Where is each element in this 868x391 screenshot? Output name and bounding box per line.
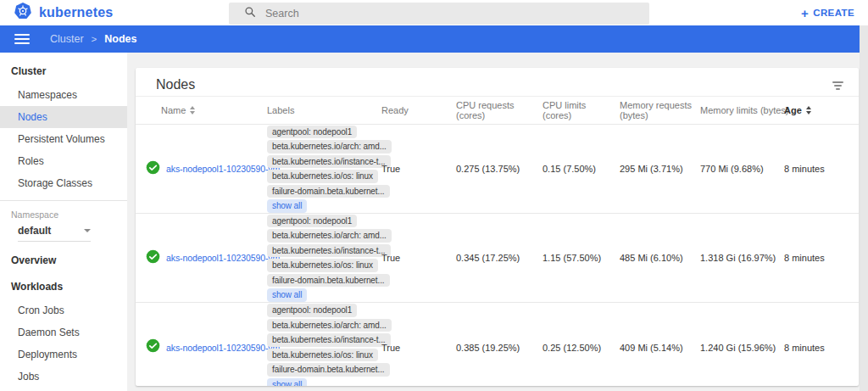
namespace-selected-value: default	[18, 225, 51, 237]
column-header-memory-requests: Memory requests (bytes)	[620, 97, 700, 124]
memory-requests-value: 485 Mi (6.10%)	[620, 253, 700, 263]
show-all-button[interactable]: show all	[267, 199, 307, 213]
label-chip: agentpool: nodepool1	[267, 126, 357, 139]
sidebar-item-cron-jobs[interactable]: Cron Jobs	[0, 299, 127, 321]
column-header-name[interactable]: Name	[146, 102, 267, 119]
card-header: Nodes	[136, 68, 859, 97]
memory-requests-value: 295 Mi (3.71%)	[620, 164, 700, 174]
menu-icon[interactable]	[14, 34, 30, 44]
sidebar-item-pods[interactable]: Pods	[0, 388, 127, 391]
sidebar-section-cluster[interactable]: Cluster	[0, 58, 127, 84]
top-app-bar: kubernetes + CREATE	[0, 0, 868, 25]
create-button-label: CREATE	[813, 8, 854, 18]
show-all-button[interactable]: show all	[267, 378, 307, 387]
namespace-select[interactable]: default	[18, 225, 91, 242]
memory-limits-value: 1.318 Gi (16.97%)	[700, 253, 784, 263]
sidebar-item-jobs[interactable]: Jobs	[0, 366, 127, 388]
ready-value: True	[381, 164, 456, 174]
kubernetes-logo-icon	[14, 2, 32, 24]
label-chip: beta.kubernetes.io/os: linux	[267, 170, 378, 183]
plus-icon: +	[801, 7, 809, 20]
namespace-label: Namespace	[0, 203, 127, 222]
table-header-row: Name Labels Ready CPU requests (cores) C…	[136, 97, 859, 125]
ready-value: True	[381, 343, 456, 353]
show-all-button[interactable]: show all	[267, 288, 307, 302]
label-chip: agentpool: nodepool1	[267, 215, 357, 228]
table-row: aks-nodepool1-10230590-vm... agentpool: …	[136, 214, 859, 303]
column-header-memory-limits: Memory limits (bytes)	[700, 102, 784, 119]
search-box[interactable]	[229, 3, 649, 25]
sidebar-divider	[0, 200, 127, 201]
cpu-requests-value: 0.275 (13.75%)	[456, 164, 542, 174]
brand-name: kubernetes	[39, 5, 113, 20]
sidebar-nav: Cluster Namespaces Nodes Persistent Volu…	[0, 53, 127, 391]
memory-requests-value: 409 Mi (5.14%)	[620, 343, 700, 353]
table-row: aks-nodepool1-10230590-vm... agentpool: …	[136, 125, 859, 214]
cpu-limits-value: 1.15 (57.50%)	[542, 253, 620, 263]
sidebar-item-nodes[interactable]: Nodes	[0, 106, 127, 128]
ready-value: True	[381, 253, 456, 263]
chevron-down-icon	[84, 229, 91, 232]
column-header-ready: Ready	[381, 102, 456, 119]
search-input[interactable]	[265, 8, 587, 20]
status-ok-icon	[146, 338, 160, 356]
breadcrumb-current: Nodes	[104, 33, 136, 45]
label-chip: beta.kubernetes.io/arch: amd...	[267, 229, 392, 243]
label-chip: beta.kubernetes.io/instance-t...	[267, 333, 391, 347]
age-value: 8 minutes	[784, 343, 859, 353]
age-value: 8 minutes	[784, 164, 859, 174]
nodes-card: Nodes Name Labels Ready CPU requests (co…	[136, 68, 859, 386]
column-header-labels: Labels	[267, 102, 381, 119]
sidebar-section-workloads[interactable]: Workloads	[0, 273, 127, 299]
label-chip: agentpool: nodepool1	[267, 304, 357, 317]
sidebar-item-deployments[interactable]: Deployments	[0, 344, 127, 366]
sidebar-item-namespaces[interactable]: Namespaces	[0, 84, 127, 106]
memory-limits-value: 770 Mi (9.68%)	[700, 164, 784, 174]
sidebar-item-storage-classes[interactable]: Storage Classes	[0, 172, 127, 194]
label-chip: failure-domain.beta.kubernet...	[267, 185, 390, 198]
sidebar-item-roles[interactable]: Roles	[0, 150, 127, 172]
age-value: 8 minutes	[784, 253, 859, 263]
filter-icon[interactable]	[832, 81, 843, 90]
label-chip: beta.kubernetes.io/os: linux	[267, 259, 378, 272]
main-content: Nodes Name Labels Ready CPU requests (co…	[127, 53, 868, 391]
breadcrumb-parent[interactable]: Cluster	[50, 33, 84, 45]
label-chip: beta.kubernetes.io/instance-t...	[267, 244, 391, 258]
column-header-cpu-requests: CPU requests (cores)	[456, 97, 542, 124]
label-chip: beta.kubernetes.io/os: linux	[267, 349, 378, 362]
cpu-requests-value: 0.345 (17.25%)	[456, 253, 542, 263]
column-header-cpu-limits: CPU limits (cores)	[542, 97, 620, 124]
status-ok-icon	[146, 160, 160, 178]
label-chip: failure-domain.beta.kubernet...	[267, 363, 390, 377]
sidebar-item-persistent-volumes[interactable]: Persistent Volumes	[0, 128, 127, 150]
page-title: Nodes	[156, 72, 195, 92]
label-chip: failure-domain.beta.kubernet...	[267, 274, 390, 288]
memory-limits-value: 1.240 Gi (15.96%)	[700, 343, 784, 353]
breadcrumb-separator-icon: >	[92, 34, 97, 44]
search-icon	[244, 6, 256, 21]
breadcrumb-bar: Cluster > Nodes	[0, 25, 868, 53]
status-ok-icon	[146, 249, 160, 267]
cpu-requests-value: 0.385 (19.25%)	[456, 343, 542, 353]
table-row: aks-nodepool1-10230590-vm... agentpool: …	[136, 303, 859, 386]
sort-icon	[190, 106, 195, 115]
label-chip: beta.kubernetes.io/arch: amd...	[267, 319, 392, 332]
cpu-limits-value: 0.25 (12.50%)	[542, 343, 620, 353]
brand[interactable]: kubernetes	[0, 2, 229, 24]
label-chip: beta.kubernetes.io/arch: amd...	[267, 140, 392, 154]
sidebar-item-overview[interactable]: Overview	[0, 247, 127, 273]
sidebar-item-daemon-sets[interactable]: Daemon Sets	[0, 321, 127, 344]
create-button[interactable]: + CREATE	[801, 7, 854, 20]
sort-icon	[806, 106, 811, 115]
cpu-limits-value: 0.15 (7.50%)	[542, 164, 620, 174]
scrollbar[interactable]	[860, 25, 868, 391]
column-header-age[interactable]: Age	[784, 102, 859, 119]
label-chip: beta.kubernetes.io/instance-t...	[267, 155, 391, 169]
